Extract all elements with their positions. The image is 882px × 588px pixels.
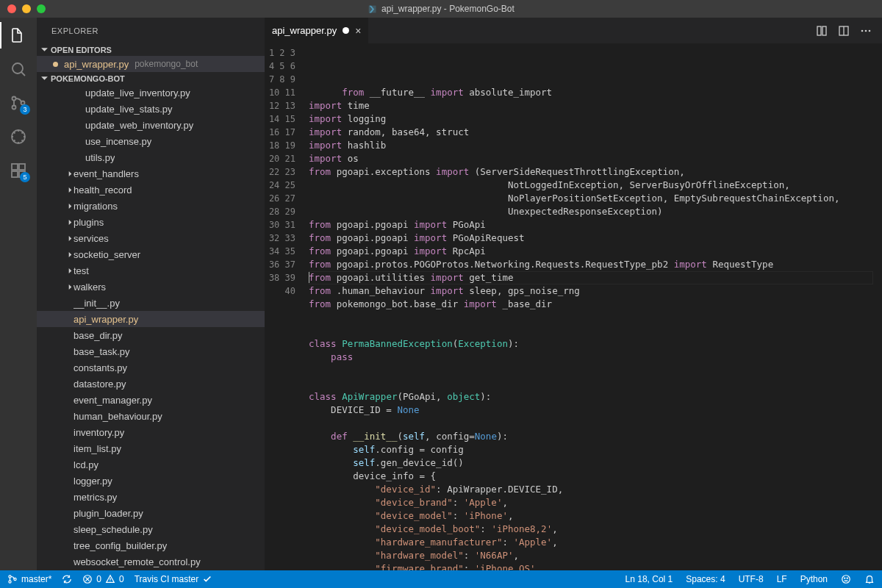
close-window-button[interactable] xyxy=(7,4,16,13)
folder-item[interactable]: walkers xyxy=(37,279,265,295)
file-item[interactable]: metrics.py xyxy=(37,489,265,505)
folder-item[interactable]: test xyxy=(37,262,265,279)
file-item[interactable]: __init__.py xyxy=(37,295,265,311)
svg-rect-6 xyxy=(19,164,25,170)
file-item[interactable]: datastore.py xyxy=(37,376,265,392)
file-item[interactable]: update_live_stats.py xyxy=(37,101,265,117)
svg-point-15 xyxy=(9,576,11,578)
ci-status[interactable]: Travis CI master xyxy=(135,574,213,584)
extensions-icon[interactable]: 5 xyxy=(8,160,29,181)
folder-item[interactable]: plugins xyxy=(37,214,265,230)
debug-icon[interactable] xyxy=(8,126,29,147)
open-editors-header[interactable]: OPEN EDITORS xyxy=(37,43,265,56)
explorer-icon[interactable] xyxy=(8,25,29,46)
file-item[interactable]: sleep_schedule.py xyxy=(37,521,265,537)
file-item[interactable]: tree_config_builder.py xyxy=(37,537,265,553)
dirty-indicator-icon xyxy=(343,27,349,34)
file-item[interactable]: utils.py xyxy=(37,149,265,165)
ext-badge: 5 xyxy=(20,172,30,182)
text-cursor xyxy=(309,272,309,283)
svg-point-19 xyxy=(842,576,850,584)
sidebar: EXPLORER OPEN EDITORS api_wrapper.pypoke… xyxy=(37,18,265,570)
folder-item[interactable]: event_handlers xyxy=(37,165,265,182)
compare-icon[interactable] xyxy=(816,25,828,37)
encoding-status[interactable]: UTF-8 xyxy=(739,574,764,584)
feedback-icon[interactable] xyxy=(841,574,851,584)
indent-status[interactable]: Spaces: 4 xyxy=(686,574,725,584)
file-item[interactable]: use_incense.py xyxy=(37,133,265,149)
open-editor-item[interactable]: api_wrapper.pypokemongo_bot xyxy=(37,56,265,72)
svg-rect-7 xyxy=(12,171,18,177)
folder-item[interactable]: services xyxy=(37,230,265,246)
activity-bar: 3 5 xyxy=(0,18,37,570)
svg-point-2 xyxy=(12,106,16,110)
cursor-position-status[interactable]: Ln 18, Col 1 xyxy=(625,574,673,584)
file-item[interactable]: event_manager.py xyxy=(37,392,265,408)
svg-point-21 xyxy=(847,578,847,578)
folder-item[interactable]: health_record xyxy=(37,182,265,198)
tab-api-wrapper[interactable]: api_wrapper.py × xyxy=(265,18,369,43)
file-item[interactable]: constants.py xyxy=(37,359,265,376)
file-item[interactable]: item_list.py xyxy=(37,440,265,456)
svg-point-13 xyxy=(865,29,867,32)
file-item[interactable]: base_dir.py xyxy=(37,327,265,343)
svg-point-14 xyxy=(869,29,871,32)
search-icon[interactable] xyxy=(8,59,29,79)
status-bar: master* 0 0 Travis CI master Ln 18, Col … xyxy=(0,570,882,588)
file-item[interactable]: lcd.py xyxy=(37,456,265,473)
svg-rect-10 xyxy=(822,26,826,35)
notifications-icon[interactable] xyxy=(864,574,875,584)
eol-status[interactable]: LF xyxy=(777,574,787,584)
svg-point-20 xyxy=(845,578,845,578)
folder-item[interactable]: socketio_server xyxy=(37,246,265,262)
scm-badge: 3 xyxy=(20,104,30,115)
language-status[interactable]: Python xyxy=(800,574,828,584)
svg-rect-5 xyxy=(12,164,18,170)
file-item[interactable]: inventory.py xyxy=(37,424,265,440)
close-tab-button[interactable]: × xyxy=(355,26,361,36)
minimize-window-button[interactable] xyxy=(22,4,31,13)
file-item[interactable]: human_behaviour.py xyxy=(37,408,265,424)
file-item[interactable]: logger.py xyxy=(37,473,265,489)
svg-point-0 xyxy=(12,63,23,74)
git-branch-status[interactable]: master* xyxy=(7,574,51,584)
file-item[interactable]: api_wrapper.py xyxy=(37,311,265,327)
code-editor[interactable]: 1 2 3 4 5 6 7 8 9 10 11 12 13 14 15 16 1… xyxy=(265,43,882,570)
svg-rect-9 xyxy=(817,26,821,35)
tab-label: api_wrapper.py xyxy=(272,25,337,36)
editor-area: api_wrapper.py × 1 2 3 4 5 6 7 8 9 10 11… xyxy=(265,18,882,570)
file-item[interactable]: update_web_inventory.py xyxy=(37,117,265,133)
file-item[interactable]: websocket_remote_control.py xyxy=(37,553,265,570)
svg-point-4 xyxy=(12,130,25,143)
file-item[interactable]: base_task.py xyxy=(37,343,265,359)
line-gutter: 1 2 3 4 5 6 7 8 9 10 11 12 13 14 15 16 1… xyxy=(265,43,309,570)
tab-bar: api_wrapper.py × xyxy=(265,18,882,43)
file-item[interactable]: update_live_inventory.py xyxy=(37,85,265,101)
explorer-title: EXPLORER xyxy=(37,18,265,43)
svg-point-1 xyxy=(12,97,16,101)
split-editor-icon[interactable] xyxy=(838,25,850,37)
titlebar: api_wrapper.py - PokemonGo-Bot xyxy=(0,0,882,18)
svg-point-16 xyxy=(9,581,11,583)
source-control-icon[interactable]: 3 xyxy=(8,93,29,113)
svg-point-12 xyxy=(861,29,864,32)
git-sync-status[interactable] xyxy=(62,574,72,584)
problems-status[interactable]: 0 0 xyxy=(82,574,123,584)
current-line-highlight xyxy=(309,271,873,284)
maximize-window-button[interactable] xyxy=(37,4,46,13)
file-item[interactable]: plugin_loader.py xyxy=(37,505,265,521)
project-header[interactable]: POKEMONGO-BOT xyxy=(37,72,265,85)
window-title: api_wrapper.py - PokemonGo-Bot xyxy=(368,4,514,14)
more-icon[interactable] xyxy=(860,25,872,37)
folder-item[interactable]: migrations xyxy=(37,198,265,214)
